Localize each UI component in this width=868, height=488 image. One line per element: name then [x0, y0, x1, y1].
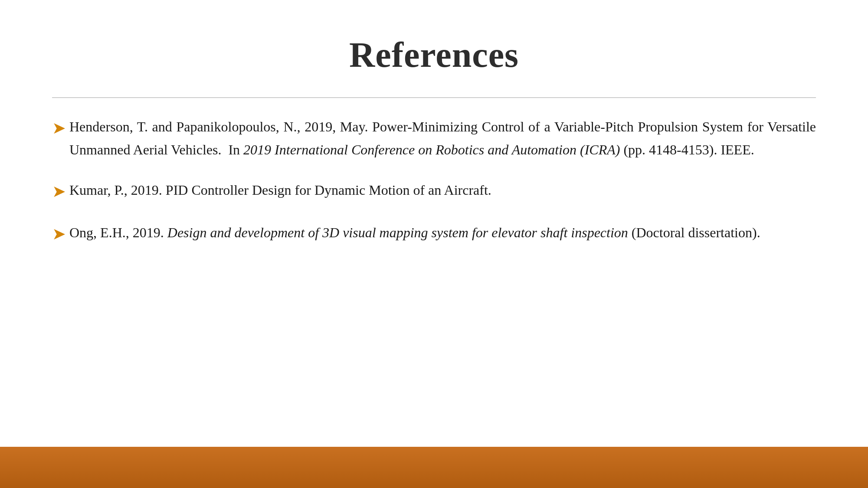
section-divider: [52, 97, 816, 98]
reference-text: Kumar, P., 2019. PID Controller Design f…: [69, 179, 816, 202]
reference-text: Ong, E.H., 2019. Design and development …: [69, 221, 816, 244]
slide: References ➤ Henderson, T. and Papanikol…: [0, 0, 868, 488]
content-area: References ➤ Henderson, T. and Papanikol…: [0, 0, 868, 447]
list-item: ➤ Kumar, P., 2019. PID Controller Design…: [52, 179, 816, 204]
bullet-arrow-icon: ➤: [52, 221, 66, 247]
title-section: References: [52, 17, 816, 88]
reference-text: Henderson, T. and Papanikolopoulos, N., …: [69, 115, 816, 161]
list-item: ➤ Henderson, T. and Papanikolopoulos, N.…: [52, 115, 816, 161]
references-list: ➤ Henderson, T. and Papanikolopoulos, N.…: [52, 115, 816, 247]
page-title: References: [52, 35, 816, 75]
bullet-arrow-icon: ➤: [52, 115, 66, 141]
list-item: ➤ Ong, E.H., 2019. Design and developmen…: [52, 221, 816, 247]
bullet-arrow-icon: ➤: [52, 179, 66, 204]
footer-bar: [0, 447, 868, 488]
